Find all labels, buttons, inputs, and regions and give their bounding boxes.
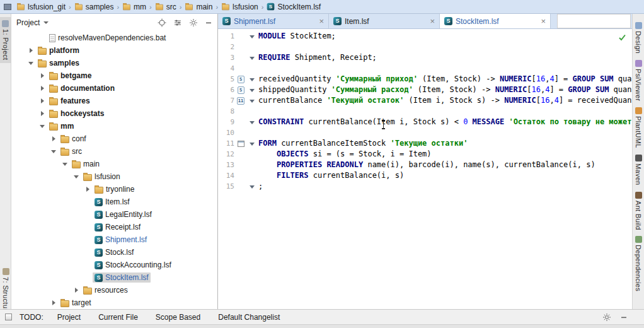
status-tab-Project[interactable]: Project [57,313,81,322]
tree-item-tryonline[interactable]: tryonline [11,183,217,196]
toolwindow-switcher-icon[interactable] [5,313,12,320]
fold-arrow-icon[interactable] [247,138,256,149]
property-gutter-icon[interactable]: 5 [234,74,247,85]
code-line[interactable]: 13 PROPERTIES READONLY name(i), barcode(… [218,160,632,170]
code-line[interactable]: 65shippedQuantity 'Суммарный расход' (It… [218,85,632,95]
gear-icon[interactable] [189,18,198,27]
code-line[interactable]: 8 [218,106,632,117]
code-line[interactable]: 15; [218,181,632,192]
status-tab-Default Changelist[interactable]: Default Changelist [218,313,280,322]
gear-icon[interactable] [602,313,611,322]
expand-arrow-icon[interactable] [39,97,47,105]
tree-item-target[interactable]: target [11,296,217,309]
tree-item-betgame[interactable]: betgame [11,69,217,82]
tree-item-StockAccounting.lsf[interactable]: SStockAccounting.lsf [11,259,217,271]
tree-item-src[interactable]: src [11,145,217,158]
window-icon[interactable] [4,4,11,10]
tool-tab-Ant Build[interactable]: Ant Build [634,189,643,233]
tree-item-LegalEntity.lsf[interactable]: SLegalEntity.lsf [11,208,217,221]
filter-icon[interactable] [173,18,182,27]
tab-Shipment.lsf[interactable]: SShipment.lsf× [218,14,329,28]
status-tab-Current File[interactable]: Current File [98,313,138,322]
collapse-arrow-icon[interactable] [28,59,35,67]
close-icon[interactable]: × [541,17,546,25]
expand-arrow-icon[interactable] [39,72,47,79]
status-tab-Scope Based[interactable]: Scope Based [156,313,200,322]
hide-panel-icon[interactable] [205,19,212,26]
property-gutter-icon[interactable]: 5 [234,85,247,95]
code-line[interactable]: 3REQUIRE Shipment, Receipt; [218,52,632,63]
tool-tab-PsiViewer[interactable]: PsiViewer [634,57,643,104]
expand-arrow-icon[interactable] [28,47,35,54]
expand-arrow-icon[interactable] [39,85,47,92]
tool-tab-project[interactable]: 1: Project [0,17,11,63]
tree-item-documentation[interactable]: documentation [11,82,217,95]
fold-arrow-icon[interactable] [247,74,256,85]
tree-item-Stock.lsf[interactable]: SStock.lsf [11,246,217,259]
code-line[interactable]: 12 OBJECTS si = (s = Stock, i = Item) [218,149,632,160]
code-line[interactable]: 11FORM currentBalanceItemStock 'Текущие … [218,138,632,149]
form-gutter-icon[interactable] [234,138,247,149]
expand-arrow-icon[interactable] [73,286,81,294]
tool-tab-PlantUML[interactable]: PlantUML [634,104,643,151]
tree-item-resources[interactable]: resources [11,284,217,296]
tree-item-samples[interactable]: samples [11,57,217,69]
tree-item-conf[interactable]: conf [11,132,217,145]
code-line[interactable]: 10 [218,127,632,138]
project-panel-title[interactable]: Project [16,18,40,27]
nav-item-main[interactable]: main [183,3,214,11]
code-line[interactable]: 14 FILTERS currentBalance(i, s) [218,170,632,181]
close-icon[interactable]: × [319,17,324,25]
code-line[interactable]: 9CONSTRAINT currentBalance(Item i, Stock… [218,117,632,127]
inspections-ok-icon[interactable] [618,33,626,42]
nav-item-src[interactable]: src [154,3,178,11]
close-icon[interactable]: × [430,17,435,25]
expand-arrow-icon[interactable] [39,110,47,117]
tool-tab-Design[interactable]: Design [634,19,643,57]
locate-file-icon[interactable] [158,18,166,27]
tree-item-resolveMavenDependencies.bat[interactable]: resolveMavenDependencies.bat [11,32,217,44]
fold-arrow-icon[interactable] [247,95,256,106]
code-token: 16 [532,85,541,94]
tab-Item.lsf[interactable]: SItem.lsf× [329,14,440,28]
tool-tab-Dependencies[interactable]: Dependencies [634,233,643,295]
code-area[interactable]: 1MODULE StockItem;23REQUIRE Shipment, Re… [218,29,632,309]
tree-item-features[interactable]: features [11,95,217,107]
fold-arrow-icon[interactable] [247,181,256,192]
expand-arrow-icon[interactable] [50,135,58,143]
collapse-arrow-icon[interactable] [62,160,69,168]
tree-item-Shipment.lsf[interactable]: SShipment.lsf [11,233,217,246]
fold-arrow-icon[interactable] [247,85,256,95]
property-gutter-icon[interactable]: 11 [234,95,247,106]
expand-arrow-icon[interactable] [50,299,58,307]
tree-item-platform[interactable]: platform [11,44,217,57]
tree-item-lsfusion[interactable]: lsfusion [11,170,217,183]
tree-item-main[interactable]: main [11,158,217,170]
nav-item-lsfusion[interactable]: lsfusion [220,3,260,11]
expand-arrow-icon[interactable] [84,185,92,193]
tree-item-label: lsfusion [95,172,120,181]
tab-StockItem.lsf[interactable]: SStockItem.lsf× [440,14,551,28]
code-line[interactable]: 4 [218,63,632,74]
tree-item-mm[interactable]: mm [11,120,217,132]
nav-item-samples[interactable]: samples [73,3,115,11]
collapse-arrow-icon[interactable] [50,148,58,155]
fold-arrow-icon[interactable] [247,117,256,127]
code-line[interactable]: 2 [218,42,632,52]
nav-item-mm[interactable]: mm [121,3,147,11]
code-line[interactable]: 1MODULE StockItem; [218,31,632,42]
fold-arrow-icon[interactable] [247,31,256,42]
nav-item-lsfusion_git[interactable]: lsfusion_git [15,3,67,11]
tree-item-hockeystats[interactable]: hockeystats [11,107,217,120]
hide-panel-icon[interactable] [620,313,628,321]
nav-item-StockItem.lsf[interactable]: SStockItem.lsf [265,3,322,11]
tree-item-StockItem.lsf[interactable]: SStockItem.lsf [11,271,217,284]
code-line[interactable]: 55receivedQuantity 'Суммарный приход' (I… [218,74,632,85]
collapse-arrow-icon[interactable] [39,122,47,130]
tool-tab-Maven[interactable]: Maven [634,151,643,189]
code-line[interactable]: 711currentBalance 'Текущий остаток' (Ite… [218,95,632,106]
tree-item-Item.lsf[interactable]: SItem.lsf [11,196,217,208]
tree-item-Receipt.lsf[interactable]: SReceipt.lsf [11,221,217,233]
collapse-arrow-icon[interactable] [73,173,81,180]
fold-arrow-icon[interactable] [247,52,256,63]
